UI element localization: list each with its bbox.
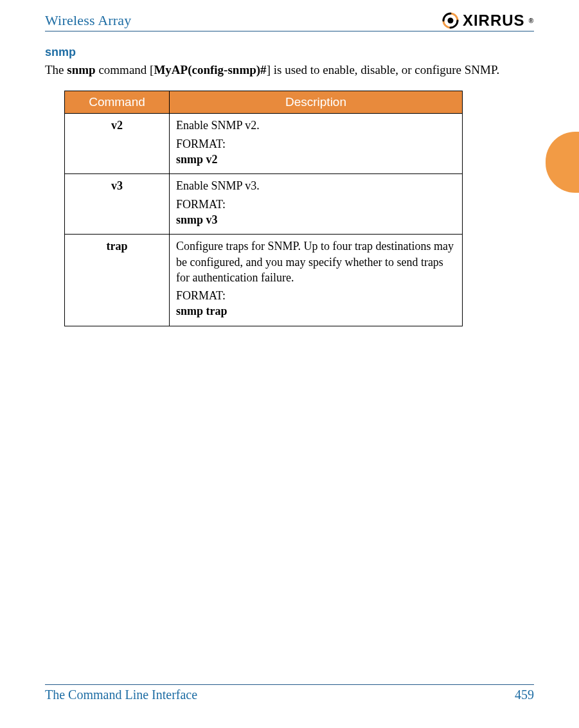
registered-mark-icon: ® xyxy=(529,17,534,24)
table-row: v3 Enable SNMP v3. FORMAT: snmp v3 xyxy=(65,174,463,235)
section-heading: snmp xyxy=(45,46,534,59)
side-tab-icon xyxy=(546,132,579,193)
footer: The Command Line Interface 459 xyxy=(45,684,534,702)
page: Wireless Array XIRRUS® snmp The snmp com… xyxy=(0,0,579,728)
table-header-row: Command Description xyxy=(65,91,463,114)
header-title: Wireless Array xyxy=(45,12,131,29)
svg-point-0 xyxy=(447,18,453,24)
xirrus-logo-icon xyxy=(441,12,460,29)
cmd-desc: Enable SNMP v3. FORMAT: snmp v3 xyxy=(170,174,463,235)
footer-page-number: 459 xyxy=(515,688,534,702)
brand-logo: XIRRUS® xyxy=(441,12,534,30)
brand-text: XIRRUS xyxy=(463,12,525,30)
th-description: Description xyxy=(170,91,463,114)
cmd-name: trap xyxy=(65,235,170,326)
table-row: v2 Enable SNMP v2. FORMAT: snmp v2 xyxy=(65,114,463,174)
table-row: trap Configure traps for SNMP. Up to fou… xyxy=(65,235,463,326)
cmd-desc: Configure traps for SNMP. Up to four tra… xyxy=(170,235,463,326)
header-row: Wireless Array XIRRUS® xyxy=(45,12,534,31)
cmd-name: v2 xyxy=(65,114,170,174)
command-table: Command Description v2 Enable SNMP v2. F… xyxy=(64,91,463,326)
th-command: Command xyxy=(65,91,170,114)
footer-left: The Command Line Interface xyxy=(45,688,197,702)
cmd-desc: Enable SNMP v2. FORMAT: snmp v2 xyxy=(170,114,463,174)
intro-paragraph: The snmp command [MyAP(config-snmp)#] is… xyxy=(45,60,534,79)
cmd-name: v3 xyxy=(65,174,170,235)
